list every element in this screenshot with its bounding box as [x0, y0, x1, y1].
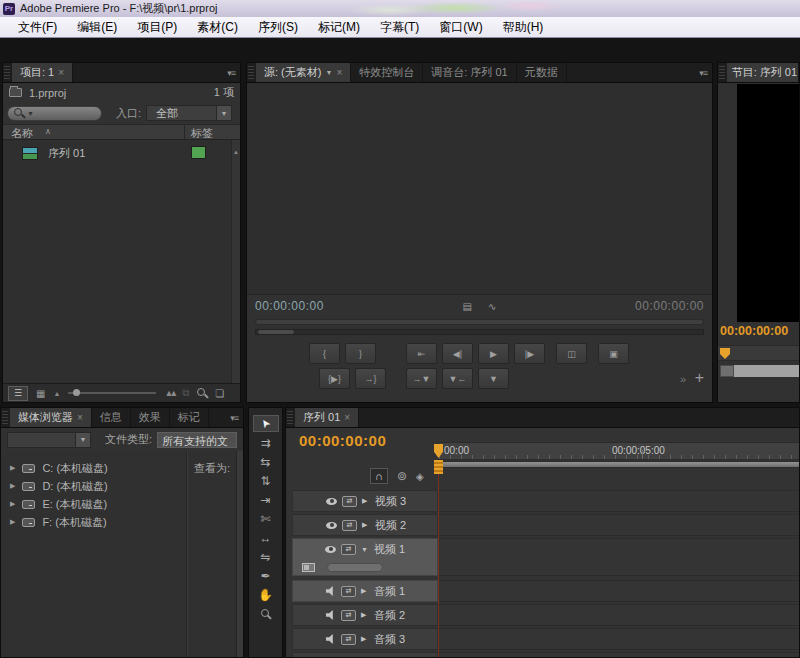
playhead-handle[interactable] [434, 460, 443, 474]
panel-menu-icon[interactable]: ▾≡ [230, 413, 243, 423]
menu-edit[interactable]: 编辑(E) [67, 17, 127, 38]
track-option-slider[interactable] [327, 563, 383, 572]
track-content-video-1[interactable] [438, 538, 799, 576]
speaker-icon[interactable] [326, 610, 336, 620]
audio-waveform-icon[interactable]: ∿ [488, 301, 496, 312]
icon-view-button[interactable]: ▦ [36, 388, 45, 399]
panel-menu-icon[interactable]: ▾≡ [227, 68, 240, 78]
snap-toggle-button[interactable]: ∩ [370, 468, 388, 484]
track-content-video-3[interactable] [438, 490, 799, 512]
toggle-track-output-icon[interactable] [325, 546, 336, 553]
track-header-video-1[interactable]: ⇄ ▼ 视频 1 [292, 538, 438, 576]
project-scrollbar[interactable]: ▲ [231, 140, 240, 383]
zoom-slider[interactable] [68, 392, 156, 394]
tool-zoom[interactable] [253, 605, 279, 622]
drive-row-c[interactable]: ▶ C: (本机磁盘) [1, 459, 181, 477]
sort-ascending-icon[interactable]: ∧ [45, 127, 51, 136]
menu-project[interactable]: 项目(P) [127, 17, 187, 38]
media-pane-divider[interactable] [186, 451, 188, 657]
sync-lock-icon[interactable]: ⇄ [342, 496, 357, 507]
menu-window[interactable]: 窗口(W) [429, 17, 492, 38]
tool-rolling-edit[interactable]: ⇅ [253, 472, 279, 489]
dropdown-button[interactable]: ▼ [216, 106, 231, 120]
display-style-icon[interactable] [302, 563, 315, 572]
video-display-icon[interactable]: ▤ [463, 301, 472, 312]
new-item-button[interactable]: ❏ [215, 388, 224, 399]
close-icon[interactable]: × [58, 68, 64, 78]
timeline-current-timecode[interactable]: 00:00:00:00 [299, 432, 386, 449]
sync-lock-icon[interactable]: ⇄ [341, 610, 356, 621]
project-item-sequence[interactable]: 序列 01 [3, 144, 85, 162]
tool-pen[interactable]: ✒ [253, 567, 279, 584]
menu-marker[interactable]: 标记(M) [308, 17, 370, 38]
tab-effects[interactable]: 效果 [131, 408, 170, 427]
track-content-audio-3[interactable] [438, 628, 799, 650]
source-current-timecode[interactable]: 00:00:00:00 [255, 299, 324, 313]
tool-hand[interactable]: ✋ [253, 586, 279, 603]
tab-program[interactable]: 节目: 序列 01 [727, 63, 799, 82]
step-forward-button[interactable]: |▶ [514, 343, 545, 364]
program-scrollbar[interactable] [720, 365, 799, 377]
entry-filter-dropdown[interactable]: 全部 ▼ [146, 105, 232, 121]
zoom-out-icon[interactable]: ▲ [53, 390, 60, 397]
overwrite-button[interactable]: ▣ [598, 343, 629, 364]
panel-grip[interactable] [2, 411, 8, 424]
menu-clip[interactable]: 素材(C) [187, 17, 248, 38]
zoom-in-icon[interactable]: ▲▲ [164, 388, 174, 398]
work-area-bar[interactable] [438, 461, 799, 468]
mark-in-button[interactable]: { [309, 343, 340, 364]
speaker-icon[interactable] [326, 586, 336, 596]
tool-slip[interactable]: ↔ [253, 529, 279, 546]
collapse-track-icon[interactable]: ▶ [362, 521, 370, 529]
encore-chapter-marker-button[interactable]: ⊚ [397, 469, 407, 483]
automate-to-sequence-button[interactable]: ⧉ [182, 387, 189, 399]
track-header-audio-1[interactable]: ⇄ ▶ 音频 1 [292, 580, 438, 602]
collapse-track-icon[interactable]: ▶ [362, 497, 370, 505]
expand-track-icon[interactable]: ▼ [361, 546, 369, 553]
close-icon[interactable]: × [336, 68, 342, 78]
play-button[interactable]: ▶ [478, 343, 509, 364]
tab-effect-controls[interactable]: 特效控制台 [351, 63, 423, 82]
zoom-slider-knob[interactable] [73, 389, 80, 396]
tab-markers[interactable]: 标记 [170, 408, 209, 427]
tool-slide[interactable]: ⇋ [253, 548, 279, 565]
tool-track-select[interactable]: ⇉ [253, 434, 279, 451]
menu-title[interactable]: 字幕(T) [370, 17, 429, 38]
list-view-button[interactable]: ☰ [8, 386, 28, 401]
track-header-audio-2[interactable]: ⇄ ▶ 音频 2 [292, 604, 438, 626]
track-content-video-2[interactable] [438, 514, 799, 536]
program-mini-ruler[interactable] [718, 345, 799, 361]
file-type-dropdown[interactable]: 所有支持的文 [157, 432, 237, 448]
tab-media-browser[interactable]: 媒体浏览器 × [10, 408, 92, 427]
tab-sequence-01[interactable]: 序列 01 × [295, 408, 359, 427]
column-label[interactable]: 标签 [191, 126, 213, 141]
chevron-down-icon[interactable]: ▼ [325, 69, 332, 76]
label-color-chip[interactable] [192, 147, 205, 158]
scroll-up-icon[interactable]: ▲ [233, 149, 239, 155]
panel-grip[interactable] [248, 66, 254, 79]
drive-row-e[interactable]: ▶ E: (本机磁盘) [1, 495, 181, 513]
search-input[interactable]: ▼ [7, 106, 102, 121]
column-divider[interactable] [184, 125, 185, 139]
mark-out-button[interactable]: } [345, 343, 376, 364]
track-header-video-3[interactable]: ⇄ ▶ 视频 3 [292, 490, 438, 512]
sync-lock-icon[interactable]: ⇄ [341, 586, 356, 597]
track-content-audio-2[interactable] [438, 604, 799, 626]
collapse-track-icon[interactable]: ▶ [361, 635, 369, 643]
set-marker-button[interactable]: ◈ [416, 471, 424, 482]
panel-grip[interactable] [4, 66, 10, 79]
toggle-track-output-icon[interactable] [326, 522, 337, 529]
menu-help[interactable]: 帮助(H) [493, 17, 554, 38]
tool-selection[interactable]: ➤ [253, 415, 279, 432]
speaker-icon[interactable] [326, 634, 336, 644]
close-icon[interactable]: × [77, 413, 83, 423]
go-to-in-button[interactable]: ⇤ [406, 343, 437, 364]
track-header-audio-3[interactable]: ⇄ ▶ 音频 3 [292, 628, 438, 650]
insert-button[interactable]: ◫ [556, 343, 587, 364]
media-scrollbar[interactable] [236, 451, 243, 657]
drive-row-d[interactable]: ▶ D: (本机磁盘) [1, 477, 181, 495]
scrollbar-handle[interactable] [720, 365, 734, 377]
tab-audio-mixer[interactable]: 调音台: 序列 01 [423, 63, 516, 82]
track-content-master[interactable] [438, 652, 799, 658]
sync-lock-icon[interactable]: ⇄ [341, 634, 356, 645]
